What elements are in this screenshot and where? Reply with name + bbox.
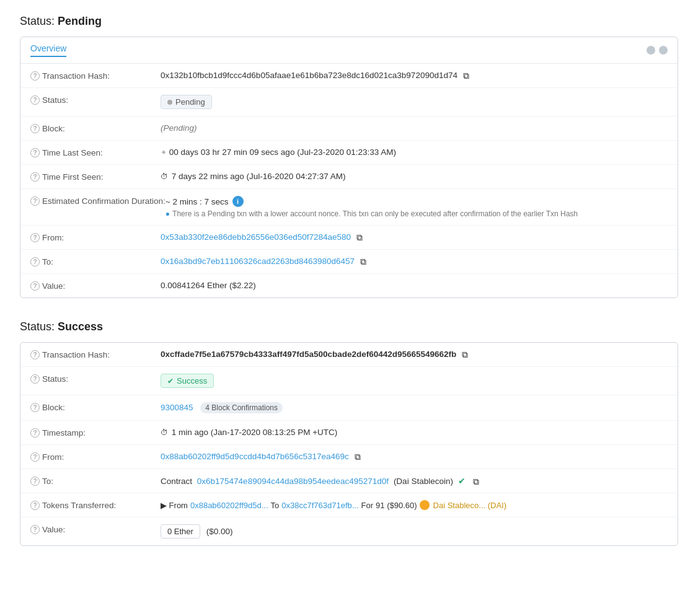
help-icon-s-status[interactable]: ?: [30, 374, 40, 384]
success-from-label: ? From:: [30, 452, 161, 462]
success-tx-hash-value: 0xcffade7f5e1a67579cb4333aff497fd5a500cb…: [161, 350, 668, 359]
success-timestamp-value: ⏱ 1 min ago (Jan-17-2020 08:13:25 PM +UT…: [161, 428, 668, 437]
success-card: ? Transaction Hash: 0xcffade7f5e1a67579c…: [20, 342, 678, 546]
help-icon-s-tx[interactable]: ?: [30, 350, 40, 359]
pending-tx-hash-label: ? Transaction Hash:: [30, 71, 161, 81]
value-ether-box: 0 Ether: [161, 524, 200, 539]
pending-tx-hash-value: 0x132b10fbcb1d9fccc4d6b05afaae1e61b6ba72…: [161, 71, 668, 80]
help-icon-time-last[interactable]: ?: [30, 148, 40, 157]
pending-to-value: 0x16a3bd9c7eb11106326cad2263bd8463980d64…: [161, 257, 668, 266]
token-transfer-details: ▶ From 0x88ab60202ff9d5d... To 0x38cc7f7…: [161, 500, 668, 510]
help-icon-block[interactable]: ?: [30, 124, 40, 133]
help-icon-tx-hash[interactable]: ?: [30, 71, 40, 81]
pending-time-last-seen-row: ? Time Last Seen: ✦ 00 days 03 hr 27 min…: [20, 141, 678, 165]
success-status-label: ? Status:: [30, 374, 161, 384]
pending-time-first-seen-value: ⏱ 7 days 22 mins ago (Jul-16-2020 04:27:…: [161, 172, 668, 181]
pending-block-row: ? Block: (Pending): [20, 117, 678, 141]
warning-icon: ●: [166, 209, 170, 218]
copy-icon-tx-hash[interactable]: ⧉: [463, 71, 472, 80]
pending-status-label: ? Status:: [30, 95, 161, 105]
pending-time-first-seen-row: ? Time First Seen: ⏱ 7 days 22 mins ago …: [20, 165, 678, 189]
pending-time-last-seen-value: ✦ 00 days 03 hr 27 min 09 secs ago (Jul-…: [161, 147, 668, 157]
clock-icon-ts: ⏱: [161, 428, 168, 437]
help-icon-s-from[interactable]: ?: [30, 452, 40, 462]
success-tx-hash-row: ? Transaction Hash: 0xcffade7f5e1a67579c…: [20, 343, 678, 367]
clock-icon-first: ⏱: [161, 172, 168, 181]
pending-value-row: ? Value: 0.00841264 Ether ($2.22): [20, 274, 678, 297]
pending-block-label: ? Block:: [30, 123, 161, 133]
pending-tx-hash-row: ? Transaction Hash: 0x132b10fbcb1d9fccc4…: [20, 64, 678, 88]
spinner-icon: ✦: [161, 148, 167, 157]
tab-dot-group: [647, 46, 668, 55]
help-icon-s-ts[interactable]: ?: [30, 428, 40, 438]
help-icon-s-block[interactable]: ?: [30, 403, 40, 412]
pending-section-title: Status: Pending: [20, 15, 678, 28]
success-block-label: ? Block:: [30, 402, 161, 412]
checkmark-icon: ✔: [167, 377, 174, 385]
pending-value-label: ? Value:: [30, 281, 161, 291]
verified-icon: ✔: [458, 476, 466, 486]
pending-card: Overview ? Transaction Hash: 0x132b10fbc…: [20, 37, 678, 298]
success-to-value: Contract 0x6b175474e89094c44da98b954eede…: [161, 476, 668, 486]
overview-tab[interactable]: Overview: [30, 43, 66, 57]
success-section-title: Status: Success: [20, 320, 678, 333]
success-timestamp-row: ? Timestamp: ⏱ 1 min ago (Jan-17-2020 08…: [20, 421, 678, 445]
help-icon-value[interactable]: ?: [30, 281, 40, 291]
tokens-dai-link[interactable]: Dai Stableco... (DAI): [433, 501, 507, 510]
success-status-row: ? Status: ✔ Success: [20, 367, 678, 395]
success-tokens-value: ▶ From 0x88ab60202ff9d5d... To 0x38cc7f7…: [161, 500, 668, 510]
pending-est-confirm-row: ? Estimated Confirmation Duration: ~ 2 m…: [20, 189, 678, 226]
copy-icon-s-to[interactable]: ⧉: [473, 477, 482, 486]
pending-status-row: ? Status: Pending: [20, 88, 678, 117]
block-confirmations-badge: 4 Block Confirmations: [200, 402, 283, 413]
value-usd: ($0.00): [206, 527, 233, 536]
success-from-value: 0x88ab60202ff9d5d9ccdd4b4d7b656c5317ea46…: [161, 452, 668, 461]
copy-icon-s-tx[interactable]: ⧉: [462, 350, 470, 359]
success-value-label: ? Value:: [30, 524, 161, 534]
copy-icon-to[interactable]: ⧉: [360, 257, 369, 266]
tab-dot-2: [659, 46, 668, 55]
pending-from-link[interactable]: 0x53ab330f2ee86debb26556e036ed50f7284ae5…: [161, 232, 351, 242]
copy-icon-s-from[interactable]: ⧉: [355, 452, 363, 461]
pending-from-value: 0x53ab330f2ee86debb26556e036ed50f7284ae5…: [161, 232, 668, 242]
success-tokens-row: ? Tokens Transferred: ▶ From 0x88ab60202…: [20, 493, 678, 517]
success-to-label: ? To:: [30, 476, 161, 486]
dai-token-icon: [420, 500, 430, 510]
pending-from-label: ? From:: [30, 232, 161, 242]
pending-value-value: 0.00841264 Ether ($2.22): [161, 281, 668, 290]
estimation-details: ~ 2 mins : 7 secs i ● There is a Pending…: [166, 196, 668, 218]
success-tx-hash-label: ? Transaction Hash:: [30, 350, 161, 359]
pending-to-link[interactable]: 0x16a3bd9c7eb11106326cad2263bd8463980d64…: [161, 257, 355, 266]
pending-est-confirm-label: ? Estimated Confirmation Duration:: [30, 196, 166, 206]
success-block-row: ? Block: 9300845 4 Block Confirmations: [20, 395, 678, 421]
pending-time-first-seen-label: ? Time First Seen:: [30, 172, 161, 182]
tokens-to-link[interactable]: 0x38cc7f763d71efb...: [281, 501, 358, 510]
help-icon-s-to[interactable]: ?: [30, 477, 40, 486]
pending-to-row: ? To: 0x16a3bd9c7eb11106326cad2263bd8463…: [20, 250, 678, 274]
success-to-contract-link[interactable]: 0x6b175474e89094c44da98b954eedeac495271d…: [197, 477, 389, 486]
help-icon-time-first[interactable]: ?: [30, 172, 40, 182]
help-icon-to[interactable]: ?: [30, 257, 40, 266]
tokens-amount: 91 ($90.60): [376, 501, 417, 510]
success-status-value: ✔ Success: [161, 374, 668, 388]
est-confirm-warning: ● There is a Pending txn with a lower ac…: [166, 209, 668, 218]
success-tokens-label: ? Tokens Transferred:: [30, 500, 161, 510]
tab-dot-1: [647, 46, 655, 55]
success-value-value: 0 Ether ($0.00): [161, 524, 668, 539]
help-icon-status[interactable]: ?: [30, 95, 40, 105]
pending-tab-bar: Overview: [20, 37, 678, 64]
status-dot: [167, 100, 172, 105]
success-from-link[interactable]: 0x88ab60202ff9d5d9ccdd4b4d7b656c5317ea46…: [161, 452, 349, 461]
help-icon-s-value[interactable]: ?: [30, 525, 40, 534]
help-icon-from[interactable]: ?: [30, 233, 40, 242]
success-block-link[interactable]: 9300845: [161, 403, 193, 412]
pending-block-value: (Pending): [161, 123, 668, 133]
pending-from-row: ? From: 0x53ab330f2ee86debb26556e036ed50…: [20, 226, 678, 250]
help-icon-s-tokens[interactable]: ?: [30, 501, 40, 510]
copy-icon-from[interactable]: ⧉: [356, 233, 365, 242]
success-value-row: ? Value: 0 Ether ($0.00): [20, 517, 678, 545]
tokens-from-link[interactable]: 0x88ab60202ff9d5d...: [190, 501, 268, 510]
estimation-top: ~ 2 mins : 7 secs i: [166, 196, 668, 207]
success-from-row: ? From: 0x88ab60202ff9d5d9ccdd4b4d7b656c…: [20, 445, 678, 469]
help-icon-est[interactable]: ?: [30, 196, 40, 206]
